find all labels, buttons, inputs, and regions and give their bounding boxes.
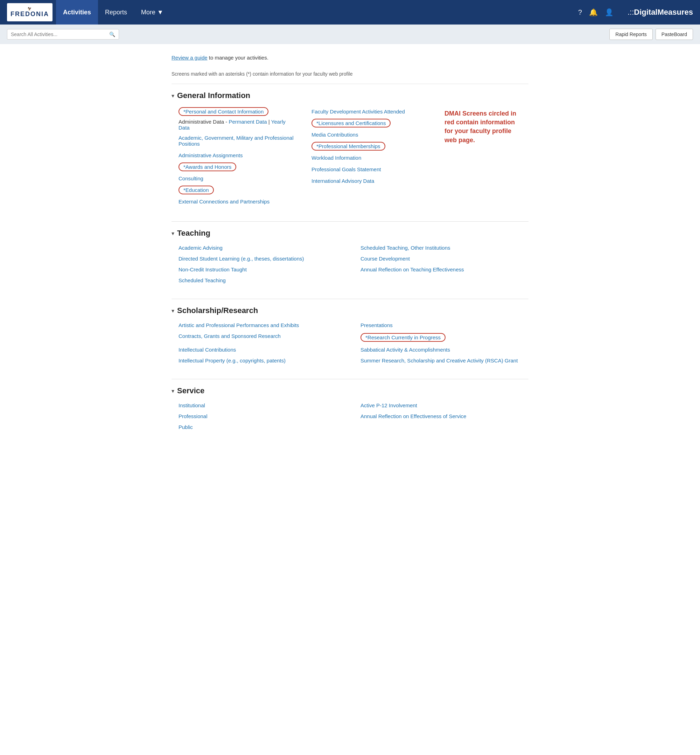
bell-icon[interactable]: 🔔 xyxy=(589,8,598,16)
nav-links: Activities Reports More ▼ xyxy=(56,0,578,25)
list-item: *Education xyxy=(178,184,297,196)
chevron-icon-service[interactable]: ▾ xyxy=(172,388,174,394)
list-item: Faculty Development Activities Attended xyxy=(311,106,431,117)
link-active-p12[interactable]: Active P-12 Involvement xyxy=(361,401,528,410)
link-personal-contact[interactable]: *Personal and Contact Information xyxy=(178,107,269,116)
logo[interactable]: 🦅 FREDONIA xyxy=(7,3,53,21)
chevron-icon-general[interactable]: ▾ xyxy=(172,92,174,99)
link-academic-advising[interactable]: Academic Advising xyxy=(178,243,347,252)
guide-row: Review a guide to manage your activities… xyxy=(172,55,528,61)
section-title-service: Service xyxy=(177,386,205,395)
user-icon[interactable]: 👤 xyxy=(605,8,614,16)
service-grid: Institutional Active P-12 Involvement Pr… xyxy=(172,401,528,431)
section-title-scholarship: Scholarship/Research xyxy=(177,306,258,315)
rapid-reports-button[interactable]: Rapid Reports xyxy=(609,29,653,40)
list-item: Academic, Government, Military and Profe… xyxy=(178,132,297,150)
list-item: Consulting xyxy=(178,172,297,184)
nav-more[interactable]: More ▼ xyxy=(134,0,170,25)
link-external-connections[interactable]: External Connections and Partnerships xyxy=(178,197,297,206)
scholarship-grid: Artistic and Professional Performances a… xyxy=(172,321,528,365)
link-awards-honors[interactable]: *Awards and Honors xyxy=(178,163,236,171)
section-header-teaching: ▾ Teaching xyxy=(172,229,528,238)
section-general-information: ▾ General Information *Personal and Cont… xyxy=(172,84,528,207)
chevron-icon-scholarship[interactable]: ▾ xyxy=(172,307,174,314)
dmai-note: DMAI Screens circled in red contain info… xyxy=(438,106,528,207)
link-scheduled-teaching-other[interactable]: Scheduled Teaching, Other Institutions xyxy=(361,243,528,252)
section-title-general: General Information xyxy=(177,91,250,100)
logo-icon: 🦅 xyxy=(28,7,32,11)
guide-link[interactable]: Review a guide xyxy=(172,55,208,61)
list-item: Workload Information xyxy=(311,152,431,163)
list-item: Media Contributions xyxy=(311,129,431,140)
link-media[interactable]: Media Contributions xyxy=(311,130,431,139)
section-header-scholarship: ▾ Scholarship/Research xyxy=(172,306,528,315)
asterisk-note: Screens marked with an asterisks (*) con… xyxy=(172,71,528,77)
link-annual-reflection-service[interactable]: Annual Reflection on Effectiveness of Se… xyxy=(361,412,528,421)
section-header-service: ▾ Service xyxy=(172,386,528,395)
help-icon[interactable]: ? xyxy=(578,8,582,16)
link-intellectual-property[interactable]: Intellectual Property (e.g., copyrights,… xyxy=(178,356,347,365)
list-item: *Professional Memberships xyxy=(311,140,431,152)
nav-reports[interactable]: Reports xyxy=(98,0,134,25)
general-info-body: *Personal and Contact Information Admini… xyxy=(172,106,528,207)
nav-icons: ? 🔔 👤 .::DigitalMeasures xyxy=(578,8,693,17)
logo-label: FREDONIA xyxy=(11,11,49,18)
search-input[interactable] xyxy=(11,31,109,37)
list-item: International Advisory Data xyxy=(311,175,431,186)
link-public[interactable]: Public xyxy=(178,423,347,431)
link-sabbatical[interactable]: Sabbatical Activity & Accomplishments xyxy=(361,345,528,354)
link-summer-research[interactable]: Summer Research, Scholarship and Creativ… xyxy=(361,356,528,365)
link-intellectual-contrib[interactable]: Intellectual Contributions xyxy=(178,345,347,354)
list-item: External Connections and Partnerships xyxy=(178,196,297,207)
search-bar-row: 🔍 Rapid Reports PasteBoard xyxy=(0,25,700,44)
link-prof-goals[interactable]: Professional Goals Statement xyxy=(311,165,431,174)
general-info-cols: *Personal and Contact Information Admini… xyxy=(178,106,431,207)
link-non-credit[interactable]: Non-Credit Instruction Taught xyxy=(178,265,347,274)
list-item: *Licensures and Certifications xyxy=(311,117,431,129)
link-directed-student[interactable]: Directed Student Learning (e.g., theses,… xyxy=(178,254,347,263)
link-institutional[interactable]: Institutional xyxy=(178,401,347,410)
list-item: Professional Goals Statement xyxy=(311,163,431,175)
list-item-admin: Administrative Data - Permanent Data | Y… xyxy=(178,117,297,132)
link-academic-govt[interactable]: Academic, Government, Military and Profe… xyxy=(178,133,297,148)
link-artistic[interactable]: Artistic and Professional Performances a… xyxy=(178,321,347,329)
link-education[interactable]: *Education xyxy=(178,186,214,194)
list-item: *Personal and Contact Information xyxy=(178,106,297,117)
link-presentations[interactable]: Presentations xyxy=(361,321,528,329)
link-contracts-grants[interactable]: Contracts, Grants and Sponsored Research xyxy=(178,332,347,343)
link-scheduled-teaching[interactable]: Scheduled Teaching xyxy=(178,276,347,285)
link-workload[interactable]: Workload Information xyxy=(311,154,431,162)
btn-group: Rapid Reports PasteBoard xyxy=(609,29,693,40)
brand-label: .::DigitalMeasures xyxy=(628,8,693,17)
general-right-col: Faculty Development Activities Attended … xyxy=(311,106,431,207)
chevron-down-icon: ▼ xyxy=(157,9,164,16)
search-box: 🔍 xyxy=(7,29,119,39)
link-professional-memberships[interactable]: *Professional Memberships xyxy=(311,142,385,150)
general-left-col: *Personal and Contact Information Admini… xyxy=(178,106,297,207)
link-intl-advisory[interactable]: International Advisory Data xyxy=(311,177,431,185)
link-faculty-dev[interactable]: Faculty Development Activities Attended xyxy=(311,107,431,116)
section-title-teaching: Teaching xyxy=(177,229,210,238)
nav-activities[interactable]: Activities xyxy=(56,0,98,25)
link-annual-reflection-teaching[interactable]: Annual Reflection on Teaching Effectiven… xyxy=(361,265,528,274)
link-professional[interactable]: Professional xyxy=(178,412,347,421)
link-admin-assignments[interactable]: Administrative Assignments xyxy=(178,151,297,160)
link-course-dev[interactable]: Course Development xyxy=(361,254,528,263)
search-icon: 🔍 xyxy=(109,31,115,37)
chevron-icon-teaching[interactable]: ▾ xyxy=(172,230,174,237)
link-consulting[interactable]: Consulting xyxy=(178,174,297,183)
list-item: Administrative Assignments xyxy=(178,150,297,161)
list-item: *Awards and Honors xyxy=(178,161,297,172)
guide-rest: to manage your activities. xyxy=(208,55,269,61)
section-teaching: ▾ Teaching Academic Advising Scheduled T… xyxy=(172,221,528,285)
link-permanent[interactable]: Permanent Data xyxy=(228,119,267,125)
section-service: ▾ Service Institutional Active P-12 Invo… xyxy=(172,379,528,431)
pasteboard-button[interactable]: PasteBoard xyxy=(656,29,693,40)
link-research-in-progress[interactable]: *Research Currently in Progress xyxy=(361,333,445,342)
link-licensures[interactable]: *Licensures and Certifications xyxy=(311,119,391,127)
section-header-general: ▾ General Information xyxy=(172,91,528,100)
main-content: Review a guide to manage your activities… xyxy=(158,44,542,456)
navbar: 🦅 FREDONIA Activities Reports More ▼ ? 🔔… xyxy=(0,0,700,25)
section-scholarship: ▾ Scholarship/Research Artistic and Prof… xyxy=(172,299,528,365)
teaching-grid: Academic Advising Scheduled Teaching, Ot… xyxy=(172,243,528,285)
